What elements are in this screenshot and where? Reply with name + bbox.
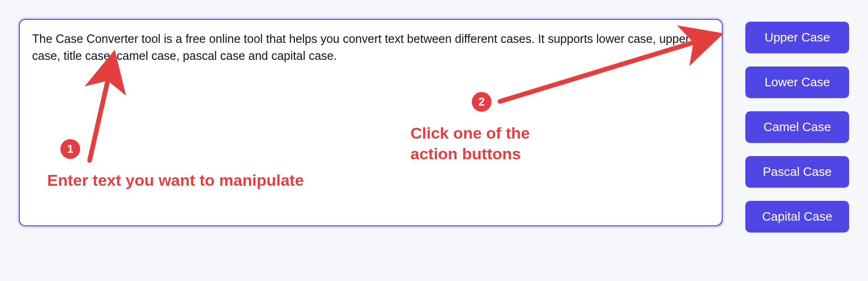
upper-case-button[interactable]: Upper Case: [745, 22, 849, 53]
annotation-text-2: Click one of the action buttons: [410, 123, 571, 164]
capital-case-button[interactable]: Capital Case: [745, 201, 849, 232]
actions-sidebar: Upper Case Lower Case Camel Case Pascal …: [745, 19, 849, 232]
lower-case-button[interactable]: Lower Case: [745, 66, 849, 98]
camel-case-button[interactable]: Camel Case: [745, 111, 849, 143]
pascal-case-button[interactable]: Pascal Case: [745, 156, 849, 188]
text-input[interactable]: [19, 19, 723, 226]
annotation-badge-1: 1: [60, 139, 80, 159]
annotation-badge-2: 2: [472, 92, 492, 112]
annotation-text-1: Enter text you want to manipulate: [47, 170, 304, 190]
